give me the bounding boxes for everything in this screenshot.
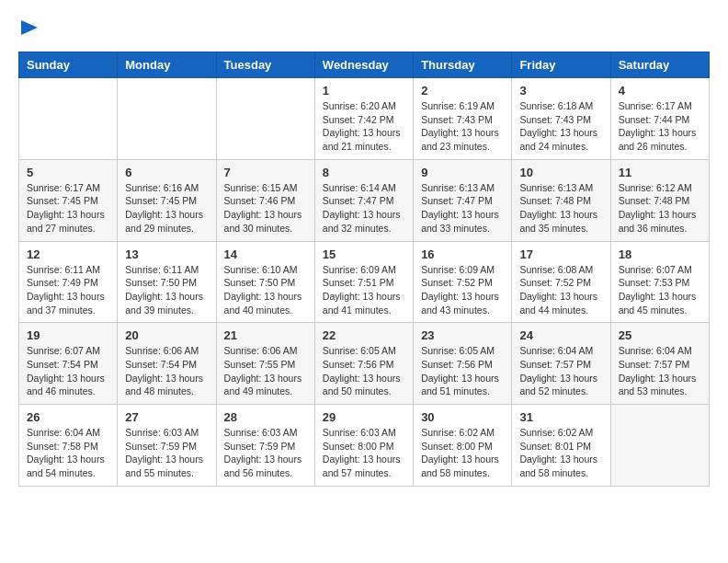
day-number: 24 xyxy=(519,328,602,342)
calendar-cell: 24Sunrise: 6:04 AM Sunset: 7:57 PM Dayli… xyxy=(512,323,610,405)
day-info: Sunrise: 6:10 AM Sunset: 7:50 PM Dayligh… xyxy=(224,263,307,317)
day-info: Sunrise: 6:19 AM Sunset: 7:43 PM Dayligh… xyxy=(421,99,504,154)
day-number: 7 xyxy=(224,166,307,179)
day-number: 18 xyxy=(619,247,701,261)
day-info: Sunrise: 6:11 AM Sunset: 7:50 PM Dayligh… xyxy=(125,263,208,317)
day-number: 22 xyxy=(323,328,405,342)
calendar-cell: 28Sunrise: 6:03 AM Sunset: 7:59 PM Dayli… xyxy=(216,405,314,487)
page-header xyxy=(18,18,710,37)
day-number: 2 xyxy=(421,84,504,98)
calendar-cell: 9Sunrise: 6:13 AM Sunset: 7:47 PM Daylig… xyxy=(414,159,512,241)
day-number: 13 xyxy=(125,247,208,261)
calendar-cell: 31Sunrise: 6:02 AM Sunset: 8:01 PM Dayli… xyxy=(512,405,610,487)
day-info: Sunrise: 6:03 AM Sunset: 7:59 PM Dayligh… xyxy=(125,426,208,480)
day-info: Sunrise: 6:08 AM Sunset: 7:52 PM Dayligh… xyxy=(519,263,602,317)
day-info: Sunrise: 6:17 AM Sunset: 7:45 PM Dayligh… xyxy=(27,181,109,236)
day-number: 14 xyxy=(224,247,307,261)
day-info: Sunrise: 6:05 AM Sunset: 7:56 PM Dayligh… xyxy=(323,344,405,398)
day-info: Sunrise: 6:14 AM Sunset: 7:47 PM Dayligh… xyxy=(323,181,405,236)
calendar-cell: 3Sunrise: 6:18 AM Sunset: 7:43 PM Daylig… xyxy=(512,78,610,160)
day-info: Sunrise: 6:02 AM Sunset: 8:01 PM Dayligh… xyxy=(519,426,602,480)
calendar-cell: 11Sunrise: 6:12 AM Sunset: 7:48 PM Dayli… xyxy=(610,159,709,241)
calendar-cell: 12Sunrise: 6:11 AM Sunset: 7:49 PM Dayli… xyxy=(19,241,118,323)
calendar-cell: 26Sunrise: 6:04 AM Sunset: 7:58 PM Dayli… xyxy=(19,405,118,487)
calendar-weekday-saturday: Saturday xyxy=(610,52,709,78)
day-number: 20 xyxy=(125,328,208,342)
day-number: 16 xyxy=(421,247,504,261)
calendar-cell: 15Sunrise: 6:09 AM Sunset: 7:51 PM Dayli… xyxy=(314,241,413,323)
day-info: Sunrise: 6:03 AM Sunset: 7:59 PM Dayligh… xyxy=(224,426,307,480)
calendar-cell: 4Sunrise: 6:17 AM Sunset: 7:44 PM Daylig… xyxy=(610,78,709,160)
calendar-cell: 23Sunrise: 6:05 AM Sunset: 7:56 PM Dayli… xyxy=(414,323,512,405)
calendar-cell: 6Sunrise: 6:16 AM Sunset: 7:45 PM Daylig… xyxy=(118,159,216,241)
week-row-3: 12Sunrise: 6:11 AM Sunset: 7:49 PM Dayli… xyxy=(19,241,710,323)
day-info: Sunrise: 6:04 AM Sunset: 7:58 PM Dayligh… xyxy=(27,426,109,480)
day-info: Sunrise: 6:20 AM Sunset: 7:42 PM Dayligh… xyxy=(323,99,405,154)
day-info: Sunrise: 6:11 AM Sunset: 7:49 PM Dayligh… xyxy=(27,263,109,317)
day-number: 11 xyxy=(619,166,701,179)
day-info: Sunrise: 6:06 AM Sunset: 7:55 PM Dayligh… xyxy=(224,344,307,398)
logo xyxy=(18,18,41,37)
day-info: Sunrise: 6:05 AM Sunset: 7:56 PM Dayligh… xyxy=(421,344,504,398)
day-number: 3 xyxy=(519,84,602,98)
day-info: Sunrise: 6:15 AM Sunset: 7:46 PM Dayligh… xyxy=(224,181,307,236)
day-number: 6 xyxy=(125,166,208,179)
calendar-cell: 8Sunrise: 6:14 AM Sunset: 7:47 PM Daylig… xyxy=(314,159,413,241)
calendar-cell xyxy=(216,78,314,160)
calendar-cell: 10Sunrise: 6:13 AM Sunset: 7:48 PM Dayli… xyxy=(512,159,610,241)
week-row-1: 1Sunrise: 6:20 AM Sunset: 7:42 PM Daylig… xyxy=(19,78,710,160)
day-number: 4 xyxy=(619,84,701,98)
day-info: Sunrise: 6:09 AM Sunset: 7:52 PM Dayligh… xyxy=(421,263,504,317)
day-info: Sunrise: 6:13 AM Sunset: 7:48 PM Dayligh… xyxy=(519,181,602,236)
day-info: Sunrise: 6:18 AM Sunset: 7:43 PM Dayligh… xyxy=(519,99,602,154)
calendar-cell xyxy=(118,78,216,160)
calendar-cell: 18Sunrise: 6:07 AM Sunset: 7:53 PM Dayli… xyxy=(610,241,709,323)
day-number: 25 xyxy=(619,328,701,342)
calendar-weekday-monday: Monday xyxy=(118,52,216,78)
day-number: 29 xyxy=(323,410,405,424)
calendar-cell: 27Sunrise: 6:03 AM Sunset: 7:59 PM Dayli… xyxy=(118,405,216,487)
calendar-cell: 29Sunrise: 6:03 AM Sunset: 8:00 PM Dayli… xyxy=(314,405,413,487)
day-info: Sunrise: 6:07 AM Sunset: 7:53 PM Dayligh… xyxy=(619,263,701,317)
calendar-cell: 7Sunrise: 6:15 AM Sunset: 7:46 PM Daylig… xyxy=(216,159,314,241)
day-info: Sunrise: 6:07 AM Sunset: 7:54 PM Dayligh… xyxy=(27,344,109,398)
day-number: 5 xyxy=(27,166,109,179)
day-number: 9 xyxy=(421,166,504,179)
calendar-cell: 1Sunrise: 6:20 AM Sunset: 7:42 PM Daylig… xyxy=(314,78,413,160)
calendar-cell: 17Sunrise: 6:08 AM Sunset: 7:52 PM Dayli… xyxy=(512,241,610,323)
day-number: 17 xyxy=(519,247,602,261)
day-info: Sunrise: 6:13 AM Sunset: 7:47 PM Dayligh… xyxy=(421,181,504,236)
calendar-cell: 30Sunrise: 6:02 AM Sunset: 8:00 PM Dayli… xyxy=(414,405,512,487)
day-number: 12 xyxy=(27,247,109,261)
calendar-cell xyxy=(19,78,118,160)
calendar-cell: 19Sunrise: 6:07 AM Sunset: 7:54 PM Dayli… xyxy=(19,323,118,405)
calendar-weekday-tuesday: Tuesday xyxy=(216,52,314,78)
calendar-cell: 22Sunrise: 6:05 AM Sunset: 7:56 PM Dayli… xyxy=(314,323,413,405)
calendar-cell: 21Sunrise: 6:06 AM Sunset: 7:55 PM Dayli… xyxy=(216,323,314,405)
day-info: Sunrise: 6:17 AM Sunset: 7:44 PM Dayligh… xyxy=(619,99,701,154)
calendar-weekday-friday: Friday xyxy=(512,52,610,78)
calendar-weekday-wednesday: Wednesday xyxy=(314,52,413,78)
day-info: Sunrise: 6:16 AM Sunset: 7:45 PM Dayligh… xyxy=(125,181,208,236)
day-number: 1 xyxy=(323,84,405,98)
day-number: 8 xyxy=(323,166,405,179)
day-number: 27 xyxy=(125,410,208,424)
day-info: Sunrise: 6:04 AM Sunset: 7:57 PM Dayligh… xyxy=(519,344,602,398)
svg-marker-0 xyxy=(21,20,38,35)
day-info: Sunrise: 6:12 AM Sunset: 7:48 PM Dayligh… xyxy=(619,181,701,236)
day-number: 30 xyxy=(421,410,504,424)
calendar-table: SundayMondayTuesdayWednesdayThursdayFrid… xyxy=(18,52,710,487)
week-row-2: 5Sunrise: 6:17 AM Sunset: 7:45 PM Daylig… xyxy=(19,159,710,241)
logo-arrow-icon xyxy=(21,18,41,37)
calendar-cell: 2Sunrise: 6:19 AM Sunset: 7:43 PM Daylig… xyxy=(414,78,512,160)
day-number: 19 xyxy=(27,328,109,342)
day-info: Sunrise: 6:02 AM Sunset: 8:00 PM Dayligh… xyxy=(421,426,504,480)
day-number: 10 xyxy=(519,166,602,179)
calendar-cell: 13Sunrise: 6:11 AM Sunset: 7:50 PM Dayli… xyxy=(118,241,216,323)
day-number: 15 xyxy=(323,247,405,261)
calendar-header-row: SundayMondayTuesdayWednesdayThursdayFrid… xyxy=(19,52,710,78)
day-number: 23 xyxy=(421,328,504,342)
week-row-4: 19Sunrise: 6:07 AM Sunset: 7:54 PM Dayli… xyxy=(19,323,710,405)
day-number: 26 xyxy=(27,410,109,424)
calendar-cell: 5Sunrise: 6:17 AM Sunset: 7:45 PM Daylig… xyxy=(19,159,118,241)
